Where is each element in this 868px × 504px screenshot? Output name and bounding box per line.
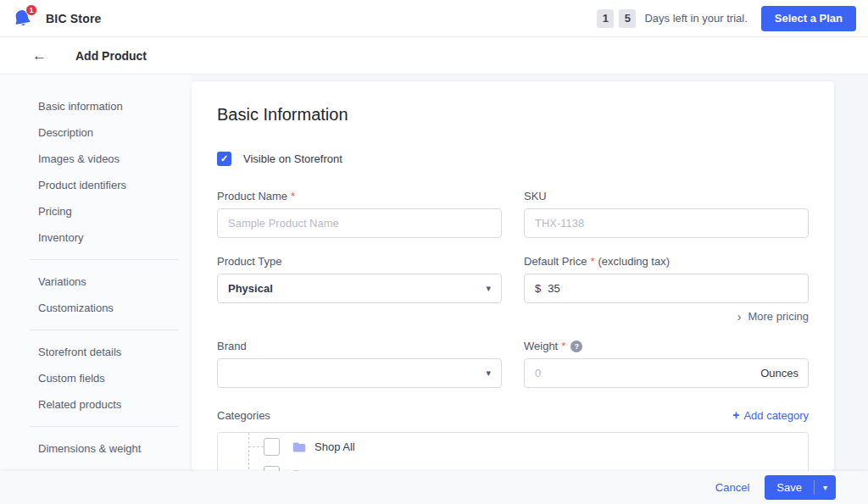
back-arrow-icon[interactable]: ← [32,48,47,63]
currency-symbol: $ [535,282,541,295]
sidebar-divider [30,426,178,427]
sidebar-item-related-products[interactable]: Related products [0,391,192,418]
category-row-shop-all: Shop All [218,433,808,461]
sidebar-divider [30,330,178,330]
select-plan-button[interactable]: Select a Plan [761,6,856,31]
page-header: ← Add Product [0,37,868,75]
product-name-label: Product Name * [217,190,502,202]
sku-input[interactable] [524,208,809,238]
sidebar-item-storefront-details[interactable]: Storefront details [0,339,192,365]
weight-label: Weight * ? [524,340,809,352]
brand-select[interactable]: ▾ [217,358,502,388]
sidebar-item-pricing[interactable]: Pricing [0,198,192,224]
store-name: BIC Store [46,12,102,25]
category-name[interactable]: Shop All [314,440,355,453]
sidebar-item-product-identifiers[interactable]: Product identifiers [0,172,192,198]
default-price-label: Default Price * (excluding tax) [524,255,809,268]
sidebar-item-inventory[interactable]: Inventory [0,224,192,251]
sidebar-item-description[interactable]: Description [0,119,192,146]
chevron-down-icon: ▾ [486,368,491,379]
product-type-value: Physical [228,282,273,295]
folder-icon [292,441,306,453]
sidebar-divider [30,259,178,260]
chevron-down-icon: ▾ [486,283,491,294]
more-pricing-link[interactable]: › More pricing [524,310,809,323]
basic-information-panel: Basic Information ✓ Visible on Storefron… [192,81,834,471]
product-type-label: Product Type [217,255,502,268]
trial-text: Days left in your trial. [644,12,747,25]
sidebar-item-basic-information[interactable]: Basic information [0,93,192,119]
category-row-bath: Bath [218,461,808,471]
chevron-right-icon: › [737,311,742,323]
sidebar-item-dimensions-weight[interactable]: Dimensions & weight [0,435,192,462]
product-type-select[interactable]: Physical ▾ [217,274,502,303]
cancel-button[interactable]: Cancel [715,481,749,494]
notification-badge: 1 [25,4,37,16]
help-icon[interactable]: ? [570,341,582,352]
sidebar-item-variations[interactable]: Variations [0,269,192,295]
visible-on-storefront-checkbox[interactable]: ✓ [217,152,231,166]
product-name-input[interactable] [217,208,502,238]
save-button[interactable]: Save ▾ [765,475,836,500]
section-title: Basic Information [217,105,809,125]
category-tree: Shop All Bath [217,432,809,471]
top-header: 1 BIC Store 1 5 Days left in your trial.… [0,0,868,37]
categories-label: Categories [217,409,270,422]
trial-days-digit-ones: 5 [619,9,636,28]
required-asterisk: * [291,190,295,202]
plus-icon: + [732,408,739,422]
sidebar-item-images-videos[interactable]: Images & videos [0,146,192,172]
default-price-value: 35 [548,282,559,295]
category-checkbox[interactable] [264,438,280,456]
weight-input[interactable] [524,358,809,388]
visible-on-storefront-label: Visible on Storefront [243,152,342,165]
sku-label: SKU [524,190,809,202]
save-dropdown-caret-icon[interactable]: ▾ [815,483,836,492]
trial-days-digit-tens: 1 [597,9,614,28]
brand-label: Brand [217,340,502,352]
default-price-input[interactable]: $ 35 [524,274,809,303]
sidebar-item-custom-fields[interactable]: Custom fields [0,365,192,391]
section-nav-sidebar: Basic information Description Images & v… [0,75,192,471]
sidebar-item-customizations[interactable]: Customizations [0,295,192,321]
add-category-link[interactable]: + Add category [732,408,809,422]
page-title: Add Product [75,49,147,63]
required-asterisk: * [561,340,565,352]
action-footer: Cancel Save ▾ [0,471,868,504]
store-logo[interactable]: 1 [12,8,34,30]
required-asterisk: * [590,255,594,268]
